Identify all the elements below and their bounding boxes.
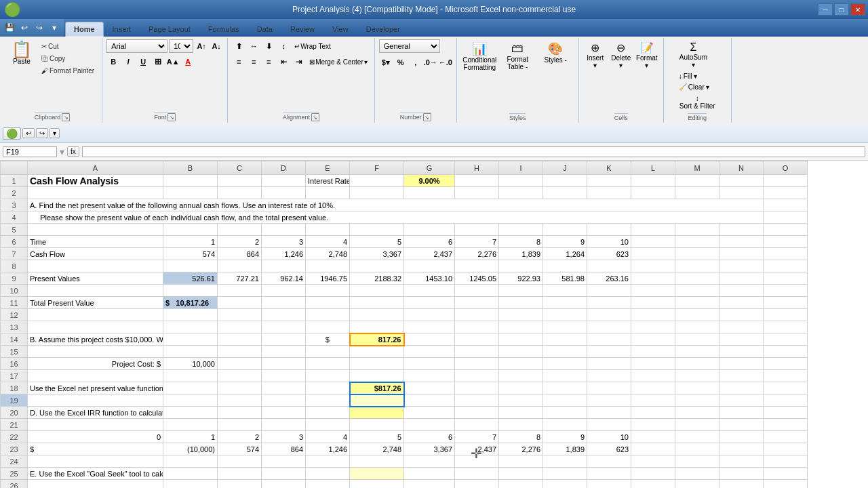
cell-k12[interactable]: [587, 309, 631, 321]
cell-h17[interactable]: [455, 370, 499, 382]
cell-e15[interactable]: [306, 346, 350, 358]
cell-l26[interactable]: [631, 480, 675, 489]
cell-c11[interactable]: [218, 297, 262, 309]
align-left-button[interactable]: ≡: [232, 55, 245, 68]
cell-m13[interactable]: [675, 321, 719, 333]
cell-b11[interactable]: $ 10,817.26: [163, 297, 218, 309]
paste-button[interactable]: 📋 Paste: [7, 39, 37, 67]
cell-a21[interactable]: [28, 419, 163, 431]
cell-b21[interactable]: [163, 419, 218, 431]
fill-color-button[interactable]: A▲: [166, 55, 180, 68]
cell-i24[interactable]: [499, 455, 543, 468]
number-expand[interactable]: ↘: [423, 113, 431, 121]
cell-d18[interactable]: [262, 382, 306, 394]
cell-j5[interactable]: [543, 224, 587, 236]
cell-d5[interactable]: [262, 224, 306, 236]
cell-o22[interactable]: [764, 431, 808, 443]
cell-b14[interactable]: [163, 333, 218, 346]
cell-j9[interactable]: 581.98: [543, 272, 587, 285]
redo-button[interactable]: ↪: [36, 128, 48, 138]
cell-g12[interactable]: [404, 309, 455, 321]
cell-k22[interactable]: 10: [587, 431, 631, 443]
cell-h10[interactable]: [455, 285, 499, 297]
cell-h20[interactable]: [455, 407, 499, 419]
cell-a11[interactable]: Total Present Value: [28, 297, 163, 309]
cell-k5[interactable]: [587, 224, 631, 236]
cell-f10[interactable]: [350, 285, 404, 297]
bold-button[interactable]: B: [106, 55, 120, 68]
cell-j16[interactable]: [543, 358, 587, 370]
cell-i15[interactable]: [499, 346, 543, 358]
restore-button[interactable]: □: [834, 3, 849, 16]
cell-g1[interactable]: 9.00%: [404, 175, 455, 187]
cell-o18[interactable]: [764, 382, 808, 394]
cell-i5[interactable]: [499, 224, 543, 236]
cell-l18[interactable]: [631, 382, 675, 394]
align-top-button[interactable]: ⬆: [232, 39, 245, 53]
cell-m24[interactable]: [675, 455, 719, 468]
cell-h23[interactable]: 2,437: [455, 443, 499, 455]
cell-m17[interactable]: [675, 370, 719, 382]
cell-a24[interactable]: [28, 455, 163, 468]
cell-a22[interactable]: 0: [28, 431, 163, 443]
col-header-h[interactable]: H: [455, 161, 499, 175]
cell-a26[interactable]: [28, 480, 163, 489]
cell-h14[interactable]: [455, 333, 499, 346]
cell-g19[interactable]: [404, 394, 455, 407]
name-box[interactable]: [3, 146, 57, 157]
cell-b5[interactable]: [163, 224, 218, 236]
align-right-button[interactable]: ≡: [262, 55, 275, 68]
cell-c12[interactable]: [218, 309, 262, 321]
cell-i13[interactable]: [499, 321, 543, 333]
cell-c15[interactable]: [218, 346, 262, 358]
cell-c26[interactable]: [218, 480, 262, 489]
cell-g10[interactable]: [404, 285, 455, 297]
cell-l7[interactable]: [631, 248, 675, 260]
tab-insert[interactable]: Insert: [104, 22, 140, 37]
cell-f14[interactable]: 817.26: [350, 333, 404, 346]
cell-c6[interactable]: 2: [218, 236, 262, 248]
cell-m15[interactable]: [675, 346, 719, 358]
cell-n12[interactable]: [719, 309, 764, 321]
cell-o12[interactable]: [764, 309, 808, 321]
sheet-grid[interactable]: A B C D E F G H I J K L M N O: [0, 161, 868, 488]
cell-n22[interactable]: [719, 431, 764, 443]
cell-n9[interactable]: [719, 272, 764, 285]
conditional-formatting-button[interactable]: 📊 Conditional Formatting: [462, 39, 497, 73]
comma-button[interactable]: ,: [409, 56, 422, 69]
cell-c24[interactable]: [218, 455, 262, 468]
cell-k1[interactable]: [587, 175, 631, 187]
cell-g8[interactable]: [404, 260, 455, 272]
cell-e21[interactable]: [306, 419, 350, 431]
cell-f15[interactable]: [350, 346, 404, 358]
cell-d11[interactable]: [262, 297, 306, 309]
save-quick-button[interactable]: 💾: [3, 21, 16, 35]
redo-quick-button[interactable]: ↪: [33, 21, 46, 35]
cell-o14[interactable]: [764, 333, 808, 346]
cell-c10[interactable]: [218, 285, 262, 297]
cell-m26[interactable]: [675, 480, 719, 489]
cell-e18[interactable]: [306, 382, 350, 394]
cell-d20[interactable]: [262, 407, 306, 419]
cell-l2[interactable]: [631, 187, 675, 199]
cell-a4[interactable]: Please show the present value of each in…: [28, 211, 764, 224]
cell-d7[interactable]: 1,246: [262, 248, 306, 260]
italic-button[interactable]: I: [121, 55, 135, 68]
cell-l12[interactable]: [631, 309, 675, 321]
cell-k23[interactable]: 623: [587, 443, 631, 455]
cell-a12[interactable]: [28, 309, 163, 321]
cell-b10[interactable]: [163, 285, 218, 297]
cell-f9[interactable]: 2188.32: [350, 272, 404, 285]
cell-o24[interactable]: [764, 455, 808, 468]
cell-l5[interactable]: [631, 224, 675, 236]
cell-l10[interactable]: [631, 285, 675, 297]
cell-n21[interactable]: [719, 419, 764, 431]
cell-d12[interactable]: [262, 309, 306, 321]
cell-e9[interactable]: 1946.75: [306, 272, 350, 285]
cell-b17[interactable]: [163, 370, 218, 382]
cell-k6[interactable]: 10: [587, 236, 631, 248]
cell-k21[interactable]: [587, 419, 631, 431]
cell-o3[interactable]: [764, 199, 808, 211]
cell-n1[interactable]: [719, 175, 764, 187]
cell-o13[interactable]: [764, 321, 808, 333]
